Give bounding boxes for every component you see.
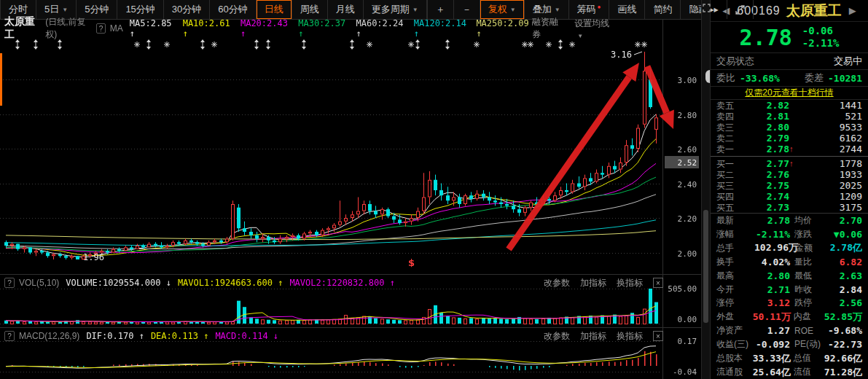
stats-grid: 最新2.78均价2.70涨幅-2.11%涨跌▼0.06总手102.96万金额2.… xyxy=(711,213,868,379)
stat-value: 2.70 xyxy=(826,215,862,226)
ask-row-2[interactable]: 卖二2.796162 xyxy=(711,133,868,144)
stat-value: 50.11万 xyxy=(753,310,794,324)
volume-pane-links: 改参数 加指标 换指标 × xyxy=(544,277,701,289)
left-accent-strip xyxy=(0,53,2,106)
toolbar-item-weekly[interactable]: 周线 xyxy=(292,0,328,19)
close-icon[interactable]: × xyxy=(653,331,663,341)
chevron-down-icon: ▼ xyxy=(62,7,68,13)
toolbar-item-label: 5日 xyxy=(44,3,59,16)
ma-settings-link[interactable]: 设置均线 ▼ xyxy=(574,17,615,40)
stat-label: 流值 xyxy=(794,366,824,378)
stat-value: -22.73 xyxy=(826,339,862,350)
toolbar-item-daily[interactable]: 日线 xyxy=(257,0,292,19)
stat-value: 71.28亿 xyxy=(824,366,862,379)
stat-value: 33.33亿 xyxy=(753,352,794,365)
stat-value: 6.82 xyxy=(826,257,862,267)
stat-label: ROE xyxy=(794,326,826,336)
volume-value: VOLUME:1029554.000 ↓ xyxy=(66,278,171,288)
kline-chart-canvas[interactable] xyxy=(0,20,701,379)
bid-row-3[interactable]: 买三2.752025 xyxy=(711,180,868,191)
book-level-label: 卖一 xyxy=(716,145,741,154)
toolbar-item-label: 60分钟 xyxy=(218,3,247,16)
book-level-label: 买五 xyxy=(716,203,741,212)
help-icon[interactable]: ? xyxy=(96,23,106,34)
stat-row: 总股本33.33亿总值92.66亿 xyxy=(711,351,868,365)
level2-promo-link[interactable]: 仅需20元查看十档行情 xyxy=(745,87,833,99)
book-price: 2.80 xyxy=(741,122,789,132)
toolbar-item-30min[interactable]: 30分钟 xyxy=(164,0,210,19)
book-volume: 1209 xyxy=(798,192,862,201)
chart-mode-label: (日线,前复权) xyxy=(45,16,92,41)
book-price: 2.74 xyxy=(741,192,789,201)
toolbar-item-more-periods[interactable]: 更多周期▼ xyxy=(364,0,427,19)
stat-value: 1.27 xyxy=(754,325,794,336)
toolbar-item-label: 月线 xyxy=(336,3,355,16)
toolbar-item-label: 更多周期 xyxy=(372,3,410,16)
chart-stock-name: 太原重工 xyxy=(4,15,41,42)
toolbar-item-zoom-in[interactable]: ＋ xyxy=(427,0,454,19)
last-price: 2.78 xyxy=(740,25,792,50)
next-stock-arrow-icon[interactable]: ▶ xyxy=(848,5,858,16)
weibi-label: 委比 xyxy=(716,71,735,85)
stat-row: 流通股25.64亿流值71.28亿 xyxy=(711,365,868,379)
stat-row: 收益(三)-0.092PE(动)-22.73 xyxy=(711,337,868,351)
book-volume: 1933 xyxy=(798,170,862,179)
toolbar-item-fullscreen[interactable] xyxy=(727,0,754,19)
dif-value: DIF:0.170 ↑ xyxy=(86,331,144,341)
bid-row-2[interactable]: 买二2.761933 xyxy=(711,169,868,180)
stat-label: 流通股 xyxy=(716,366,753,378)
change-params-link[interactable]: 改参数 xyxy=(544,330,570,343)
stat-label: 外盘 xyxy=(716,310,753,323)
toolbar-item-label: 叠加 xyxy=(533,3,552,16)
add-indicator-link[interactable]: 加指标 xyxy=(580,277,606,289)
notification-dot-icon: ● xyxy=(598,4,601,10)
help-icon[interactable]: ? xyxy=(4,278,15,288)
stat-value: 52.85万 xyxy=(824,310,862,324)
bid-row-4[interactable]: 买四2.741209 xyxy=(711,191,868,202)
toolbar-item-15min[interactable]: 15分钟 xyxy=(117,0,163,19)
stat-value: 2.84 xyxy=(826,284,862,295)
book-divider xyxy=(711,156,868,157)
bid-row-5[interactable]: 买五2.733175 xyxy=(711,202,868,213)
stat-label: 均价 xyxy=(794,214,826,227)
toolbar-item-60min[interactable]: 60分钟 xyxy=(210,0,256,19)
stat-value: 2.71 xyxy=(754,284,794,295)
scrollbar-handle[interactable] xyxy=(705,70,710,83)
margin-trading-link[interactable]: 融资融券 xyxy=(532,16,563,41)
toolbar-item-zoom-out[interactable]: － xyxy=(454,0,480,19)
stat-label: 最低 xyxy=(794,270,826,282)
expand-corners-icon[interactable] xyxy=(702,3,711,13)
stat-value: 2.56 xyxy=(826,297,862,308)
stat-label: 涨幅 xyxy=(716,228,754,241)
stat-label: 涨停 xyxy=(716,297,754,309)
stat-label: 跌停 xyxy=(794,297,826,309)
switch-indicator-link[interactable]: 换指标 xyxy=(617,277,643,289)
stat-row: 换手4.02%量比6.82 xyxy=(711,255,868,269)
stat-row: 外盘50.11万内盘52.85万 xyxy=(711,310,868,324)
stat-row: 总手102.96万金额2.78亿 xyxy=(711,241,868,255)
stat-value: 92.66亿 xyxy=(824,352,862,365)
stat-label: 净资产 xyxy=(716,324,754,337)
price-change-stack: -0.06 -2.11% xyxy=(802,25,840,50)
ask-row-4[interactable]: 卖四2.81521 xyxy=(711,111,868,122)
vertical-scrollbar[interactable] xyxy=(703,210,708,323)
ask-row-5[interactable]: 卖五2.821441 xyxy=(711,100,868,111)
book-volume: 2025 xyxy=(798,181,862,190)
switch-indicator-link[interactable]: 换指标 xyxy=(617,330,643,343)
toolbar-item-label: 5分钟 xyxy=(85,3,109,16)
price-change-pct: -2.11% xyxy=(802,37,840,50)
toolbar-item-fuquan[interactable]: 复权▼ xyxy=(480,0,525,19)
stat-label: 金额 xyxy=(795,242,827,254)
ma-value: MA10:2.61 ↑ xyxy=(183,18,234,39)
ma-group-label: MA xyxy=(110,23,123,34)
toolbar-item-monthly[interactable]: 月线 xyxy=(328,0,364,19)
ask-row-3[interactable]: 卖三2.809533 xyxy=(711,122,868,133)
add-indicator-link[interactable]: 加指标 xyxy=(580,330,606,343)
bid-row-1[interactable]: 买一2.77↑1778 xyxy=(711,158,868,169)
help-icon[interactable]: ? xyxy=(4,331,15,341)
ask-row-1[interactable]: 卖一2.78↑2744 xyxy=(711,144,868,155)
close-icon[interactable]: × xyxy=(653,278,663,288)
book-price: 2.77 xyxy=(741,159,789,168)
stat-value: 2.78亿 xyxy=(827,241,862,254)
change-params-link[interactable]: 改参数 xyxy=(544,277,570,289)
